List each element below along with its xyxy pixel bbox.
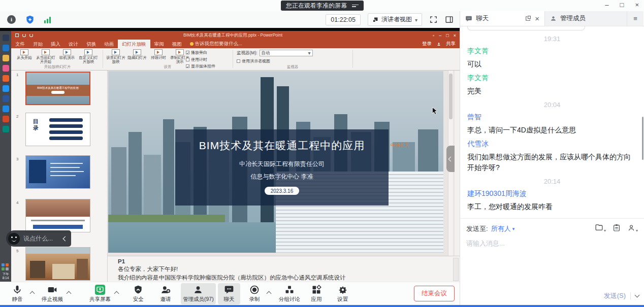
setup-slideshow-button[interactable]: 设置幻灯片放映 [106, 49, 126, 64]
taskbar-icon[interactable] [3, 45, 9, 51]
taskbar-icon[interactable] [3, 35, 9, 41]
taskbar-icon[interactable] [3, 126, 9, 132]
ppt-minimize-button[interactable]: – [439, 33, 441, 38]
smiley-icon[interactable] [8, 233, 20, 245]
close-chat-icon[interactable]: × [535, 15, 539, 22]
settings-button[interactable]: 设置 [332, 283, 354, 304]
undo-icon[interactable] [22, 33, 26, 37]
ppt-tab-animations[interactable]: 动画 [100, 40, 118, 48]
network-signal-icon[interactable] [44, 16, 51, 23]
thumbnail-number: 1 [16, 73, 18, 77]
slide-thumbnail-3[interactable] [25, 155, 90, 189]
record-options-caret[interactable] [266, 283, 273, 304]
slide-thumbnail-2[interactable]: 目录 [25, 113, 90, 146]
meeting-security-shield-icon[interactable] [25, 15, 35, 25]
notes-pane[interactable]: P1 各位专家，大家下午好! 我介绍的内容是中国医学科学院肿瘤医院分院（廊坊院区… [108, 256, 460, 282]
slide-thumbnail-4[interactable] [25, 199, 90, 232]
window-maximize-button[interactable]: □ [620, 0, 624, 10]
ppt-tab-slideshow[interactable]: 幻灯片放映 [118, 40, 150, 48]
redo-icon[interactable] [29, 33, 33, 37]
mute-button[interactable]: 静音 [6, 283, 28, 304]
monitor-select[interactable]: 自动 [260, 50, 313, 56]
taskbar-tray-icons[interactable] [2, 263, 10, 270]
save-icon[interactable] [15, 33, 19, 37]
security-button[interactable]: 安全 [127, 283, 149, 304]
slide-date-badge: 2023.3.16 [265, 187, 300, 195]
chat-sender-name[interactable]: 李文菁 [467, 47, 637, 56]
panel-menu-icon[interactable]: ≡ [627, 11, 643, 26]
notes-scrollbar[interactable] [453, 258, 459, 281]
play-narrations-checkbox[interactable]: ✓播放旁白 [186, 50, 215, 55]
use-presenter-view-checkbox[interactable]: 使用演示者视图 [237, 58, 348, 64]
mute-options-caret[interactable] [28, 283, 36, 304]
recipient-person-icon[interactable] [627, 224, 638, 234]
fullscreen-icon[interactable] [429, 15, 438, 24]
ppt-tab-view[interactable]: 视图 [168, 40, 186, 48]
custom-slideshow-button[interactable]: 自定义幻灯片放映 [78, 49, 99, 64]
ppt-tab-home[interactable]: 开始 [29, 40, 47, 48]
invite-button[interactable]: 邀请 [154, 283, 177, 304]
ppt-tell-me-box[interactable]: 告诉我您想要做什么... [186, 40, 246, 48]
send-options-caret-icon[interactable] [635, 293, 640, 298]
taskbar-icon[interactable] [3, 55, 9, 61]
taskbar-icon[interactable] [3, 65, 9, 72]
ppt-sign-in-button[interactable]: 登录 [422, 41, 432, 47]
announcement-icon[interactable] [613, 224, 621, 234]
breakout-button[interactable]: 分组讨论 [277, 283, 302, 304]
meeting-info-icon[interactable]: i [7, 15, 16, 24]
taskbar-icon[interactable] [3, 95, 9, 102]
chat-sender-name[interactable]: 李文菁 [467, 74, 637, 83]
share-options-caret[interactable] [113, 283, 120, 304]
present-online-button[interactable]: 联机演示 [57, 49, 77, 64]
taskbar-icon[interactable] [3, 106, 9, 112]
ppt-ribbon-display-icon[interactable]: ▫ [433, 33, 434, 38]
message-input[interactable]: 请输入消息... [460, 234, 644, 253]
banner-menu-icon[interactable] [352, 4, 359, 8]
ppt-tab-review[interactable]: 审阅 [150, 40, 168, 48]
ppt-share-button[interactable]: 共享 [446, 41, 456, 47]
tab-chat[interactable]: 聊天 × [460, 11, 544, 26]
members-button[interactable]: 管理成员(97) [181, 283, 216, 304]
slide-thumbnail-5[interactable] [25, 247, 90, 281]
share-screen-button[interactable]: 共享屏幕 [87, 283, 113, 304]
from-beginning-button[interactable]: 从头开始 [14, 49, 35, 64]
video-options-caret[interactable] [65, 283, 72, 304]
ppt-maximize-button[interactable]: □ [446, 33, 448, 38]
chat-sender-name[interactable]: 代雪冰 [467, 140, 637, 149]
rehearse-timings-button[interactable]: 排练计时 [148, 49, 169, 64]
chat-button[interactable]: 聊天 [218, 283, 240, 304]
chat-scrollbar[interactable] [642, 117, 643, 160]
chat-sender-name[interactable]: 曾智 [467, 113, 637, 122]
ppt-tab-file[interactable]: 文件 [11, 40, 29, 48]
ppt-tab-insert[interactable]: 插入 [47, 40, 65, 48]
apps-button[interactable]: 应用 [305, 283, 328, 304]
chat-sender-name[interactable]: 建环190301周海波 [467, 189, 637, 198]
slide-thumbnail-1[interactable]: BIM技术及其在暖通工程中的应用 [25, 72, 90, 105]
layout-switch-icon[interactable] [445, 15, 454, 24]
view-mode-button[interactable]: 演讲者视图 [368, 13, 422, 26]
taskbar-icon[interactable] [3, 116, 9, 122]
ppt-tab-transitions[interactable]: 切换 [82, 40, 100, 48]
tab-members[interactable]: 管理成员 [544, 11, 627, 26]
ppt-close-button[interactable]: × [454, 33, 456, 38]
end-meeting-button[interactable]: 结束会议 [414, 286, 455, 301]
taskbar-icon[interactable] [3, 75, 9, 82]
from-current-slide-button[interactable]: 从当前幻灯片开始 [36, 49, 56, 64]
collapse-arrow-icon[interactable] [63, 236, 68, 241]
hide-slide-button[interactable]: 隐藏幻灯片 [127, 49, 147, 64]
ppt-tab-design[interactable]: 设计 [65, 40, 82, 48]
stop-video-button[interactable]: 停止视频 [40, 283, 65, 304]
record-button[interactable]: 录制 [243, 283, 266, 304]
send-to-selector[interactable]: 所有人 [491, 224, 515, 233]
popout-icon[interactable] [525, 15, 531, 22]
use-timings-checkbox[interactable]: 使用计时 [186, 57, 215, 62]
send-button[interactable]: 发送(S) [604, 291, 626, 300]
collapse-panel-handle[interactable] [446, 146, 455, 172]
window-minimize-button[interactable]: – [605, 0, 608, 10]
folder-icon[interactable] [595, 223, 606, 234]
say-something-bubble[interactable]: 说点什么... [6, 230, 71, 247]
taskbar-icon[interactable] [3, 85, 9, 92]
say-something-placeholder[interactable]: 说点什么... [23, 234, 63, 243]
window-close-button[interactable]: × [635, 0, 639, 10]
chat-message-list[interactable]: 19:31 李文菁 可以 李文菁 完美 20:04 曾智 李总，请问一下4D虚拟… [460, 26, 644, 218]
